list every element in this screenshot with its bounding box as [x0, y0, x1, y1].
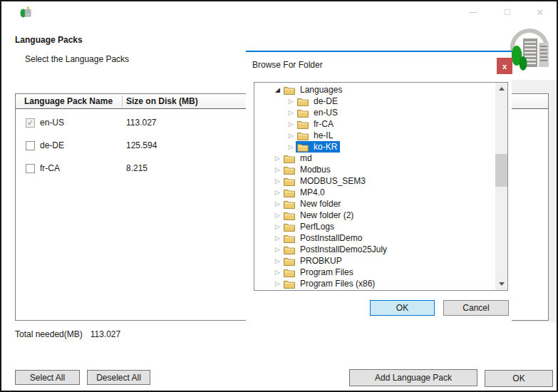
- minimize-button[interactable]: —: [465, 4, 482, 20]
- scrollbar-down-arrow-icon[interactable]: [495, 278, 507, 290]
- tree-node[interactable]: New folder (2): [282, 210, 356, 221]
- expand-closed-icon[interactable]: ▷: [273, 187, 282, 198]
- folder-icon: [296, 108, 314, 118]
- expand-closed-icon[interactable]: ▷: [273, 164, 282, 175]
- language-checkbox[interactable]: ✓: [26, 118, 35, 128]
- expand-closed-icon[interactable]: ▷: [273, 267, 282, 278]
- dialog-ok-button[interactable]: OK: [370, 300, 435, 316]
- column-separator: [122, 96, 123, 107]
- tree-item-New folder[interactable]: ▷New folder: [254, 198, 507, 210]
- expand-closed-icon[interactable]: ▷: [273, 232, 282, 244]
- tree-item-Modbus[interactable]: ▷Modbus: [254, 164, 507, 175]
- expand-closed-icon[interactable]: ▷: [273, 210, 282, 221]
- expand-closed-icon[interactable]: ▷: [286, 107, 296, 118]
- tree-scrollbar[interactable]: [495, 83, 507, 290]
- tree-item-PerfLogs[interactable]: ▷PerfLogs: [254, 221, 507, 232]
- tree-item-Program Files (x86)[interactable]: ▷Program Files (x86): [254, 278, 507, 289]
- tree-item-label: Modbus: [300, 165, 331, 175]
- tree-item-label: MODBUS_SEM3: [300, 176, 366, 186]
- tree-node[interactable]: PostInstallDemo: [282, 232, 365, 244]
- ok-button[interactable]: OK: [485, 370, 553, 387]
- tree-node[interactable]: Program Files (x86): [282, 278, 378, 289]
- expand-closed-icon[interactable]: ▷: [273, 221, 282, 232]
- tree-item-label: de-DE: [314, 96, 338, 106]
- column-header-size[interactable]: Size on Disk (MB): [126, 96, 198, 106]
- expand-closed-icon[interactable]: ▷: [286, 96, 296, 107]
- maximize-button[interactable]: ☐: [499, 4, 516, 20]
- page-title: Language Packs: [15, 35, 83, 45]
- deselect-all-button[interactable]: Deselect All: [87, 370, 150, 385]
- tree-node[interactable]: md: [282, 153, 315, 164]
- tree-item-label: PerfLogs: [300, 222, 334, 232]
- column-header-name[interactable]: Language Pack Name: [24, 96, 113, 106]
- close-button[interactable]: ✕: [532, 4, 549, 20]
- expand-closed-icon[interactable]: ▷: [286, 141, 296, 153]
- language-checkbox[interactable]: [26, 164, 35, 173]
- tree-item-md[interactable]: ▷md: [254, 153, 507, 164]
- tree-item[interactable]: ▷: [254, 289, 507, 291]
- tree-item-fr-CA[interactable]: ▷fr-CA: [254, 118, 507, 130]
- app-icon: [20, 6, 31, 18]
- dialog-close-button[interactable]: x: [497, 58, 512, 74]
- size-value: 113.027: [126, 118, 157, 128]
- dialog-cancel-button[interactable]: Cancel: [443, 300, 509, 316]
- tree-node[interactable]: New folder: [282, 198, 343, 210]
- expand-open-icon[interactable]: ◢: [273, 84, 282, 96]
- expand-closed-icon[interactable]: ▷: [273, 244, 282, 255]
- tree-node[interactable]: [282, 289, 303, 291]
- folder-icon: [282, 188, 300, 197]
- tree-node[interactable]: PostInstallDemo25July: [282, 244, 390, 255]
- language-checkbox[interactable]: [26, 141, 35, 150]
- tree-item-PROBKUP[interactable]: ▷PROBKUP: [254, 255, 507, 267]
- tree-node[interactable]: en-US: [296, 107, 341, 118]
- tree-node[interactable]: Program Files: [282, 267, 356, 278]
- tree-node[interactable]: fr-CA: [296, 118, 336, 130]
- tree-item-label: ko-KR: [314, 142, 337, 152]
- folder-tree: ◢Languages▷de-DE▷en-US▷fr-CA▷he-IL▷ko-KR…: [254, 82, 508, 291]
- tree-item-PostInstallDemo25July[interactable]: ▷PostInstallDemo25July: [254, 244, 507, 255]
- total-needed-value: 113.027: [91, 329, 121, 339]
- tree-item-Languages[interactable]: ◢Languages: [254, 84, 507, 96]
- expand-closed-icon[interactable]: ▷: [286, 130, 296, 141]
- tree-node[interactable]: MP4.0: [282, 187, 328, 198]
- tree-node[interactable]: Languages: [282, 84, 345, 96]
- folder-icon: [296, 131, 314, 140]
- folder-icon: [282, 177, 300, 186]
- tree-node[interactable]: PerfLogs: [282, 221, 337, 232]
- expand-closed-icon[interactable]: ▷: [273, 175, 282, 187]
- tree-item-MP4.0[interactable]: ▷MP4.0: [254, 187, 507, 198]
- tree-item-MODBUS_SEM3[interactable]: ▷MODBUS_SEM3: [254, 175, 507, 187]
- tree-item-label: Program Files: [300, 267, 353, 277]
- tree-node[interactable]: PROBKUP: [282, 255, 345, 267]
- tree-item-label: New folder (2): [300, 210, 353, 220]
- tree-item-PostInstallDemo[interactable]: ▷PostInstallDemo: [254, 232, 507, 244]
- add-language-pack-button[interactable]: Add Language Pack: [349, 369, 477, 386]
- scrollbar-thumb[interactable]: [495, 154, 507, 187]
- expand-closed-icon[interactable]: ▷: [286, 118, 296, 130]
- expand-closed-icon[interactable]: ▷: [273, 153, 282, 164]
- folder-icon: [282, 268, 300, 277]
- folder-icon: [282, 234, 300, 243]
- select-all-button[interactable]: Select All: [15, 370, 80, 385]
- tree-item-ko-KR[interactable]: ▷ko-KR: [254, 141, 507, 153]
- expand-closed-icon[interactable]: ▷: [273, 198, 282, 210]
- scrollbar-up-arrow-icon[interactable]: [495, 83, 507, 95]
- tree-item-Program Files[interactable]: ▷Program Files: [254, 267, 507, 278]
- tree-item-de-DE[interactable]: ▷de-DE: [254, 96, 507, 107]
- folder-icon: [296, 120, 314, 129]
- tree-item-en-US[interactable]: ▷en-US: [254, 107, 507, 118]
- tree-node[interactable]: Modbus: [282, 164, 334, 175]
- folder-icon: [282, 211, 300, 220]
- expand-closed-icon[interactable]: ▷: [273, 278, 282, 289]
- tree-node[interactable]: ko-KR: [296, 141, 340, 153]
- tree-item-label: New folder: [300, 199, 341, 209]
- tree-node[interactable]: de-DE: [296, 96, 341, 107]
- total-needed-label: Total needed(MB): [15, 329, 83, 339]
- tree-item-he-IL[interactable]: ▷he-IL: [254, 130, 507, 141]
- expand-closed-icon[interactable]: ▷: [273, 289, 282, 291]
- tree-node[interactable]: MODBUS_SEM3: [282, 175, 368, 187]
- tree-node[interactable]: he-IL: [296, 130, 336, 141]
- expand-closed-icon[interactable]: ▷: [273, 255, 282, 267]
- tree-item-New folder (2)[interactable]: ▷New folder (2): [254, 210, 507, 221]
- folder-icon: [282, 279, 300, 289]
